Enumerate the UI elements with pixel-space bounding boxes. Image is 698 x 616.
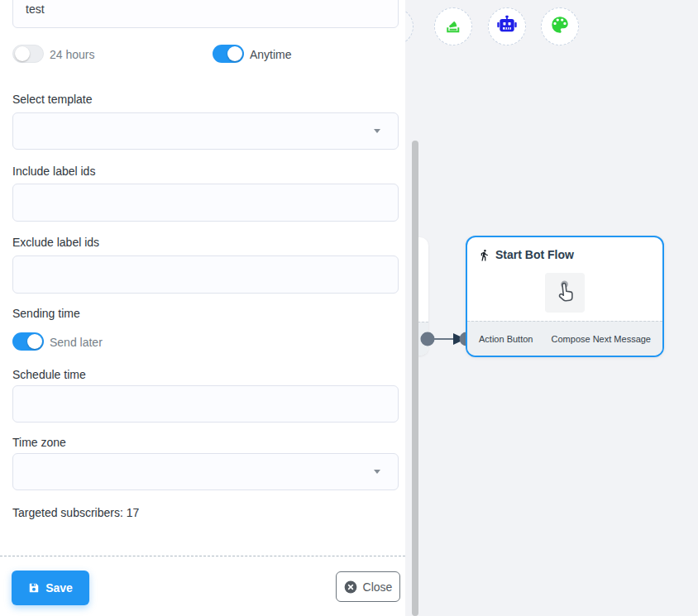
- toolbar-item-stack[interactable]: [434, 7, 472, 45]
- exclude-label-ids-input[interactable]: [12, 255, 399, 294]
- footer-divider: [0, 556, 405, 556]
- toggle-knob: [15, 46, 30, 61]
- 24-hours-toggle[interactable]: [12, 45, 44, 63]
- app-root: Start Bot Flow Action Button Compose Nex…: [0, 0, 698, 616]
- send-later-toggle[interactable]: [12, 332, 44, 351]
- start-bot-flow-node[interactable]: Start Bot Flow Action Button Compose Nex…: [466, 236, 664, 357]
- node-footer: Action Button Compose Next Message: [467, 321, 662, 356]
- send-later-label: Send later: [50, 336, 103, 349]
- sending-time-label: Sending time: [12, 306, 80, 321]
- action-button-label[interactable]: Action Button: [479, 334, 533, 344]
- save-button-label: Save: [45, 581, 73, 595]
- hand-pointer-icon: [552, 279, 577, 307]
- include-label-ids-label: Include label ids: [12, 164, 95, 179]
- select-template-label: Select template: [12, 92, 93, 107]
- toggle-knob: [27, 334, 42, 349]
- node-title: Start Bot Flow: [495, 248, 574, 261]
- flow-canvas[interactable]: Start Bot Flow Action Button Compose Nex…: [405, 0, 698, 616]
- schedule-time-input[interactable]: [12, 385, 399, 423]
- chevron-down-icon: [374, 470, 380, 474]
- save-icon: [28, 582, 40, 594]
- scrollbar-thumb[interactable]: [412, 141, 418, 616]
- chevron-down-icon: [374, 129, 380, 133]
- exclude-label-ids-label: Exclude label ids: [12, 235, 99, 250]
- toolbar-item-palette[interactable]: [541, 7, 579, 45]
- close-button-label: Close: [363, 580, 393, 594]
- 24-hours-label: 24 hours: [50, 48, 94, 61]
- stack-icon: [443, 15, 463, 38]
- toggle-knob: [227, 46, 242, 61]
- tap-placeholder[interactable]: [545, 273, 585, 313]
- close-button[interactable]: Close: [336, 571, 400, 602]
- save-button[interactable]: Save: [12, 571, 89, 605]
- targeted-subscribers-text: Targeted subscribers: 17: [12, 505, 139, 520]
- template-select[interactable]: [12, 112, 399, 150]
- campaign-name-input[interactable]: [12, 0, 399, 28]
- settings-panel: 24 hours Anytime Select template Include…: [0, 0, 405, 616]
- schedule-time-label: Schedule time: [12, 367, 86, 382]
- time-zone-select[interactable]: [12, 453, 399, 490]
- compose-next-message-label[interactable]: Compose Next Message: [552, 334, 651, 344]
- toolbar-item-bot[interactable]: [488, 7, 526, 45]
- robot-icon: [496, 14, 518, 39]
- node-header: Start Bot Flow: [478, 248, 574, 261]
- anytime-toggle[interactable]: [213, 45, 244, 63]
- walking-person-icon: [478, 249, 490, 261]
- anytime-label: Anytime: [250, 48, 292, 61]
- palette-icon: [549, 14, 571, 39]
- include-label-ids-input[interactable]: [12, 184, 399, 222]
- source-port: [421, 332, 435, 346]
- time-zone-label: Time zone: [12, 435, 66, 450]
- close-circle-icon: [344, 580, 357, 594]
